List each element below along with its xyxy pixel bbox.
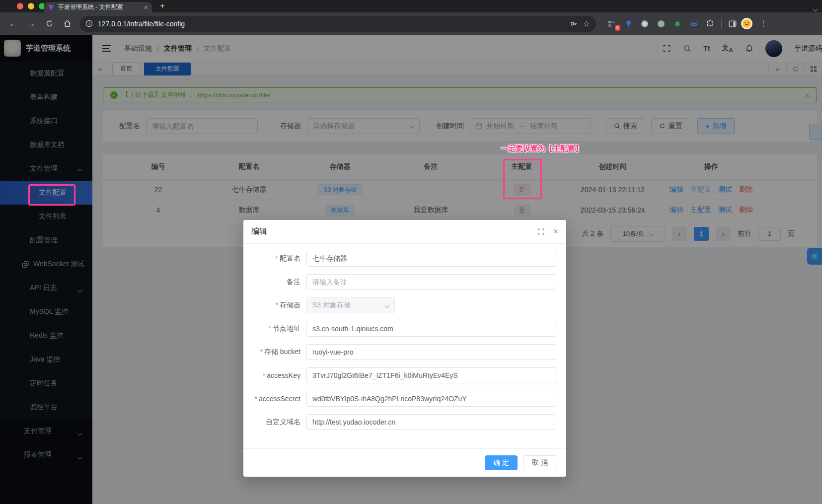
toolbar-divider: [721, 19, 722, 28]
dialog-header: 编辑 ×: [243, 220, 566, 244]
dialog-body: *配置名 备注 *存储器 S3 对象存储 *节点地址 *存储 bucket: [243, 244, 566, 430]
traffic-lights: [17, 3, 45, 9]
extensions-puzzle-icon[interactable]: [705, 19, 715, 29]
config-name-field[interactable]: [306, 251, 556, 267]
forward-button[interactable]: →: [24, 16, 39, 31]
annotation-box-sidebar: [28, 184, 75, 206]
bookmark-star-icon[interactable]: ☆: [583, 19, 590, 28]
extension-balloon-icon[interactable]: [623, 19, 633, 29]
form-row-name: *配置名: [251, 251, 566, 267]
favicon: [48, 4, 55, 11]
browser-tab-title: 芋道管理系统 - 文件配置: [58, 3, 141, 11]
annotation-text: 一定要设置为【主配置】: [501, 144, 583, 153]
close-window-button[interactable]: [17, 3, 23, 9]
form-row-remark: 备注: [251, 274, 566, 290]
field-label: 存储 bucket: [264, 348, 300, 356]
extension-star-icon[interactable]: [673, 19, 682, 29]
new-tab-button[interactable]: +: [160, 1, 165, 11]
field-label: 自定义域名: [266, 418, 300, 426]
extension-badge: 6: [615, 25, 620, 31]
side-panel-icon[interactable]: [728, 19, 738, 29]
access-secret-field[interactable]: [306, 391, 556, 407]
password-key-icon[interactable]: [569, 19, 578, 28]
field-label: 存储器: [280, 301, 300, 309]
extensions-area: 6: [607, 19, 715, 29]
confirm-button[interactable]: 确 定: [485, 455, 518, 470]
dialog-footer: 确 定 取 消: [243, 448, 566, 477]
field-label: accessKey: [267, 371, 300, 379]
bucket-field[interactable]: [306, 344, 556, 360]
endpoint-field[interactable]: [306, 321, 556, 337]
annotation-box-master-column: [503, 159, 542, 199]
profile-avatar[interactable]: [741, 17, 753, 30]
form-row-access-secret: *accessSecret: [251, 391, 566, 407]
browser-toolbar: ← → 127.0.0.1/infra/file/file-config ☆: [0, 12, 822, 35]
field-label: 配置名: [280, 254, 300, 262]
edit-dialog: 编辑 × *配置名 备注 *存储器 S3 对象存储: [243, 220, 566, 477]
extension-chevrons-icon[interactable]: [689, 19, 699, 29]
address-bar[interactable]: 127.0.0.1/infra/file/file-config ☆: [79, 16, 596, 32]
remark-field[interactable]: [306, 274, 556, 290]
form-row-storage: *存储器 S3 对象存储: [251, 297, 566, 313]
site-info-icon[interactable]: [85, 20, 93, 27]
home-button[interactable]: [60, 16, 75, 31]
dialog-title: 编辑: [251, 226, 267, 237]
cancel-button[interactable]: 取 消: [523, 455, 556, 470]
storage-type-select[interactable]: S3 对象存储: [306, 297, 395, 313]
extension-snowflake-icon[interactable]: [640, 19, 650, 29]
tab-close-icon[interactable]: ×: [144, 4, 148, 11]
reload-button[interactable]: [42, 16, 57, 31]
browser-tab[interactable]: 芋道管理系统 - 文件配置 ×: [44, 2, 152, 12]
extension-blocks-icon[interactable]: 6: [607, 19, 617, 29]
chevron-down-icon: [385, 303, 390, 308]
tabstrip-chevron-icon[interactable]: [814, 4, 817, 13]
form-row-access-key: *accessKey: [251, 367, 566, 383]
field-label: accessSecret: [259, 395, 300, 403]
field-label: 节点地址: [273, 324, 300, 332]
browser-tabstrip: 芋道管理系统 - 文件配置 × +: [0, 0, 822, 12]
dialog-close-icon[interactable]: ×: [553, 226, 558, 237]
custom-domain-field[interactable]: [306, 414, 556, 430]
form-row-bucket: *存储 bucket: [251, 344, 566, 360]
access-key-field[interactable]: [306, 367, 556, 383]
screen: 芋道管理系统 - 文件配置 × + ← → 127.0.0.1/infra/fi…: [0, 0, 822, 504]
browser-chrome: 芋道管理系统 - 文件配置 × + ← → 127.0.0.1/infra/fi…: [0, 0, 822, 35]
back-button[interactable]: ←: [6, 16, 21, 31]
dialog-fullscreen-icon[interactable]: [537, 228, 545, 235]
extension-circle-icon[interactable]: [656, 19, 666, 29]
form-row-endpoint: *节点地址: [251, 321, 566, 337]
browser-menu-icon[interactable]: ⋮: [760, 19, 767, 28]
form-row-domain: 自定义域名: [251, 414, 566, 430]
url-text[interactable]: 127.0.0.1/infra/file/file-config: [98, 20, 564, 28]
minimize-window-button[interactable]: [28, 3, 34, 9]
field-label: 备注: [287, 278, 300, 286]
